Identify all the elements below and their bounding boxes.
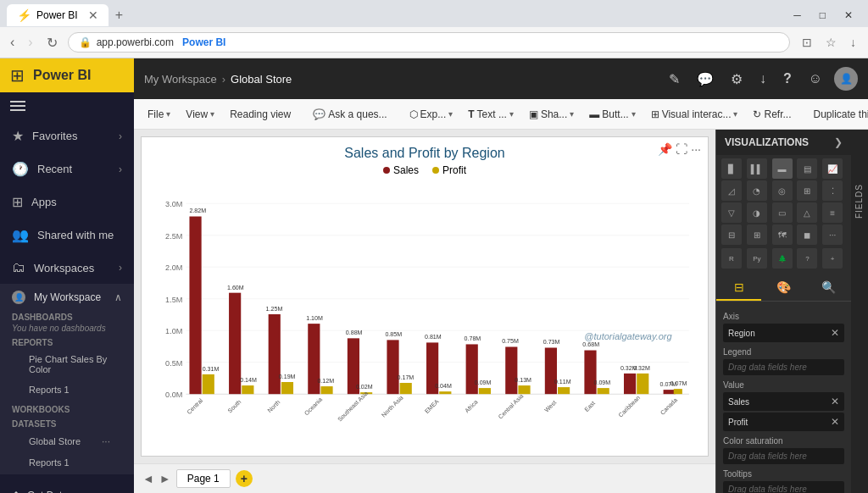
sidebar-item-favorites[interactable]: ★ Favorites ›	[0, 119, 134, 152]
download-topbar-button[interactable]: ↓	[754, 66, 771, 91]
text-caret-icon: ▾	[509, 109, 514, 119]
svg-text:0.13M: 0.13M	[515, 377, 531, 384]
page-1-tab[interactable]: Page 1	[176, 469, 231, 488]
viz-python-icon[interactable]: Py	[747, 248, 767, 269]
svg-text:North: North	[266, 399, 281, 414]
refresh-button[interactable]: ↻ Refr...	[746, 105, 798, 124]
emoji-button[interactable]: ☺	[804, 66, 827, 91]
sales-remove-button[interactable]: ✕	[831, 396, 839, 407]
tooltips-placeholder[interactable]: Drag data fields here	[723, 481, 844, 493]
viz-treemap-icon[interactable]: ⊞	[797, 180, 817, 201]
url-bar[interactable]: 🔒 app.powerbi.com Power BI	[68, 32, 790, 53]
viz-table-icon[interactable]: ⊟	[721, 224, 742, 245]
edit-button[interactable]: ✎	[664, 66, 685, 92]
viz-tab-fields[interactable]: ⊟	[716, 275, 761, 301]
svg-text:0.32M: 0.32M	[633, 365, 650, 372]
page-next-button[interactable]: ►	[159, 472, 171, 485]
viz-kpi-icon[interactable]: △	[797, 202, 817, 223]
window-controls: ─ □ ✕	[785, 6, 861, 25]
settings-button[interactable]: ⚙	[726, 66, 748, 92]
bar-north-profit	[281, 382, 293, 394]
sidebar-report-pie-chart[interactable]: Pie Chart Sales By Color	[12, 349, 122, 379]
viz-gauge-icon[interactable]: ◑	[747, 202, 767, 223]
viz-line-icon[interactable]: 📈	[822, 158, 843, 179]
bar-west-profit	[558, 387, 570, 394]
viz-decomp-icon[interactable]: 🌲	[772, 248, 793, 269]
viz-clustered-bar-icon[interactable]: ▌▌	[747, 158, 767, 179]
viz-more-icon[interactable]: ···	[822, 224, 843, 245]
pin-icon[interactable]: 📌	[658, 142, 672, 156]
viz-tab-format[interactable]: 🎨	[761, 275, 806, 301]
new-tab-button[interactable]: +	[108, 4, 130, 26]
explore-button[interactable]: ⬡ Exp... ▾	[403, 105, 460, 124]
fields-sidebar-label[interactable]: FIELDS	[851, 180, 867, 222]
axis-remove-button[interactable]: ✕	[831, 327, 839, 339]
bookmark-button[interactable]: ⊡	[797, 32, 817, 53]
minimize-button[interactable]: ─	[785, 6, 810, 25]
visualizations-title: VISUALIZATIONS	[725, 136, 809, 148]
star-button[interactable]: ☆	[821, 32, 842, 53]
viz-tab-analytics[interactable]: 🔍	[806, 275, 851, 301]
expand-icon[interactable]: ⛶	[676, 142, 687, 156]
forward-button[interactable]: ›	[25, 31, 36, 53]
viz-slicer-icon[interactable]: ≡	[822, 202, 843, 223]
viz-pie-icon[interactable]: ◔	[747, 180, 767, 201]
shapes-button[interactable]: ▣ Sha... ▾	[522, 105, 581, 124]
sidebar-item-my-workspace[interactable]: 👤 My Workspace ∧	[0, 284, 134, 311]
duplicate-button[interactable]: Duplicate this ...	[807, 105, 869, 124]
view-menu-button[interactable]: View ▾	[179, 105, 221, 124]
sidebar-item-workspaces[interactable]: 🗂 Workspaces ›	[0, 252, 134, 284]
user-avatar[interactable]: 👤	[834, 67, 858, 91]
viz-custom-icon[interactable]: +	[822, 248, 843, 269]
viz-scatter-icon[interactable]: ⁚	[822, 180, 843, 201]
tab-close-button[interactable]: ✕	[88, 8, 98, 22]
ask-question-button[interactable]: 💬 Ask a ques...	[306, 105, 393, 124]
svg-text:0.31M: 0.31M	[203, 366, 220, 373]
maximize-button[interactable]: □	[811, 6, 834, 25]
viz-donut-icon[interactable]: ◎	[772, 180, 793, 201]
hamburger-icon[interactable]	[10, 101, 25, 111]
color-saturation-placeholder[interactable]: Drag data fields here	[723, 448, 844, 464]
viz-funnel-icon[interactable]: ▽	[721, 202, 742, 223]
viz-filled-map-icon[interactable]: ◼	[797, 224, 817, 245]
viz-area-icon[interactable]: ◿	[721, 180, 742, 201]
viz-stacked-bar-icon[interactable]: ▊	[721, 158, 742, 179]
viz-map-icon[interactable]: 🗺	[772, 224, 793, 245]
sidebar-item-shared[interactable]: 👥 Shared with me	[0, 219, 134, 252]
visual-interactions-button[interactable]: ⊞ Visual interac... ▾	[644, 105, 745, 124]
viz-matrix-icon[interactable]: ⊞	[747, 224, 767, 245]
download-button[interactable]: ↓	[845, 32, 861, 53]
favorites-icon: ★	[12, 128, 24, 144]
file-menu-button[interactable]: File ▾	[141, 105, 177, 124]
sidebar-report-reports1[interactable]: Reports 1	[12, 379, 122, 400]
hamburger-menu[interactable]	[0, 92, 134, 119]
page-prev-button[interactable]: ◄	[142, 472, 154, 485]
get-data-button[interactable]: ⬆ Get Data	[12, 483, 122, 493]
back-button[interactable]: ‹	[7, 31, 18, 53]
sidebar-dataset-reports1[interactable]: Reports 1	[12, 452, 122, 473]
sidebar-dataset-global-store[interactable]: Global Store ···	[12, 430, 122, 452]
refresh-button[interactable]: ↻	[43, 31, 61, 54]
add-page-button[interactable]: +	[236, 470, 253, 487]
viz-card-icon[interactable]: ▭	[772, 202, 793, 223]
viz-qna-icon[interactable]: ?	[797, 248, 817, 269]
sidebar-item-apps[interactable]: ⊞ Apps	[0, 186, 134, 219]
browser-tab[interactable]: ⚡ Power BI ✕	[7, 4, 108, 26]
buttons-button[interactable]: ▬ Butt... ▾	[582, 105, 642, 124]
breadcrumb-workspace[interactable]: My Workspace	[144, 73, 217, 86]
more-options-icon[interactable]: ···	[691, 142, 701, 156]
text-button[interactable]: T Text ... ▾	[461, 105, 520, 124]
reading-view-button[interactable]: Reading view	[223, 105, 298, 124]
visualizations-collapse-button[interactable]: ❯	[834, 136, 843, 148]
close-button[interactable]: ✕	[836, 6, 861, 25]
comment-button[interactable]: 💬	[692, 66, 719, 92]
sidebar-item-recent[interactable]: 🕐 Recent ›	[0, 152, 134, 186]
legend-placeholder[interactable]: Drag data fields here	[723, 359, 844, 375]
help-button[interactable]: ?	[778, 66, 797, 91]
dataset-options-icon[interactable]: ···	[102, 435, 110, 447]
profit-remove-button[interactable]: ✕	[831, 416, 839, 428]
viz-bar-chart-icon[interactable]: ▬	[772, 158, 793, 179]
viz-r-icon[interactable]: R	[721, 248, 742, 269]
visual-icon: ⊞	[651, 108, 659, 120]
viz-stacked-col-icon[interactable]: ▤	[797, 158, 817, 179]
